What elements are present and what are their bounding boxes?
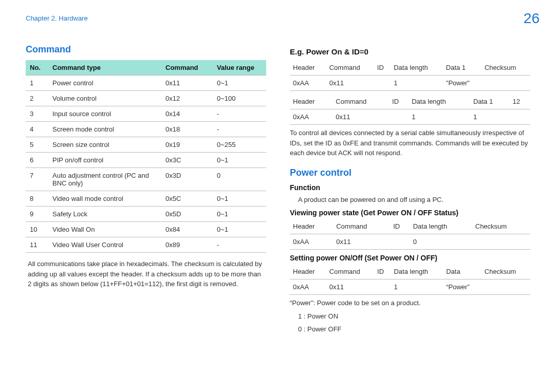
- table-row: 3Input source control0x14-: [26, 106, 266, 122]
- command-note: All communications take place in hexadec…: [26, 259, 266, 289]
- col-cmd: Command: [161, 60, 213, 76]
- cell: Checksum: [472, 219, 530, 234]
- setting-heading: Setting power ON/Off (Set Power ON / OFF…: [290, 254, 530, 262]
- cell: Header: [290, 60, 326, 76]
- cell: 7: [26, 168, 48, 191]
- cell: 4: [26, 122, 48, 137]
- cell: Command: [333, 219, 390, 234]
- chapter-label: Chapter 2. Hardware: [26, 14, 88, 22]
- cell: 0x14: [161, 106, 213, 122]
- col-no: No.: [26, 60, 48, 76]
- cell: 0x11: [326, 279, 374, 295]
- cell: 0x5D: [161, 207, 213, 222]
- cell: 5: [26, 137, 48, 153]
- cell: Data length: [391, 264, 443, 279]
- cell: Screen size control: [48, 137, 161, 153]
- cell: Header: [290, 264, 326, 279]
- col-range: Value range: [213, 60, 266, 76]
- cell: ID: [389, 94, 409, 109]
- cell: “Power”: [443, 279, 482, 295]
- cell: 6: [26, 153, 48, 168]
- cell: -: [213, 122, 266, 137]
- cell: 1: [470, 109, 510, 125]
- cell: Safety Lock: [48, 207, 161, 222]
- cell: 0~1: [213, 222, 266, 237]
- cell: 1: [391, 76, 443, 91]
- cell: [510, 109, 530, 125]
- cell: Header: [290, 219, 333, 234]
- cell: 0x89: [161, 237, 213, 253]
- table-row: 8Video wall mode control0x5C0~1: [26, 191, 266, 207]
- cell: ID: [374, 264, 391, 279]
- cell: 0~1: [213, 76, 266, 91]
- page-header: Chapter 2. Hardware 26: [26, 14, 540, 27]
- cell: Checksum: [482, 60, 530, 76]
- cell: Data 1: [443, 60, 482, 76]
- cell: ID: [390, 219, 410, 234]
- table-row: 9Safety Lock0x5D0~1: [26, 207, 266, 222]
- cell: Auto adjustment control (PC and BNC only…: [48, 168, 161, 191]
- cell: 1: [391, 279, 443, 295]
- table-row: 5Screen size control0x190~255: [26, 137, 266, 153]
- cell: Screen mode control: [48, 122, 161, 137]
- cell: 2: [26, 91, 48, 106]
- view-table: HeaderCommandIDData lengthChecksum 0xAA0…: [290, 219, 530, 250]
- cell: 0x12: [161, 91, 213, 106]
- cell: ID: [374, 60, 391, 76]
- table-row: 2Volume control0x120~100: [26, 91, 266, 106]
- cell: 8: [26, 191, 48, 207]
- cell: [374, 279, 391, 295]
- command-table: No. Command type Command Value range 1Po…: [26, 60, 266, 253]
- cell: 0~1: [213, 191, 266, 207]
- cell: -: [213, 237, 266, 253]
- cell: Data length: [409, 94, 470, 109]
- cell: Data length: [410, 219, 472, 234]
- cell: 0xAA: [290, 76, 326, 91]
- example-heading: E.g. Power On & ID=0: [290, 47, 530, 56]
- power-on-label: 1 : Power ON: [298, 311, 530, 322]
- power-off-label: 0 : Power OFF: [298, 324, 530, 334]
- cell: [389, 109, 409, 125]
- left-column: Command No. Command type Command Value r…: [26, 44, 266, 338]
- cell: Command: [326, 264, 374, 279]
- cell: 0~1: [213, 153, 266, 168]
- cell: Data: [443, 264, 482, 279]
- cell: 9: [26, 207, 48, 222]
- cell: Video wall mode control: [48, 191, 161, 207]
- table-row: 6PIP on/off control0x3C0~1: [26, 153, 266, 168]
- right-column: E.g. Power On & ID=0 HeaderCommandIDData…: [290, 44, 530, 338]
- cell: 12: [510, 94, 530, 109]
- cell: 3: [26, 106, 48, 122]
- cell: 0x11: [161, 76, 213, 91]
- cell: Volume control: [48, 91, 161, 106]
- function-text: A product can be powered on and off usin…: [298, 195, 530, 205]
- table-row: 1Power control0x110~1: [26, 76, 266, 91]
- cell: 0~1: [213, 207, 266, 222]
- cell: 0: [213, 168, 266, 191]
- cell: 0xAA: [290, 279, 326, 295]
- cell: Input source control: [48, 106, 161, 122]
- cell: 0~100: [213, 91, 266, 106]
- cell: Data 1: [470, 94, 510, 109]
- cell: 0x19: [161, 137, 213, 153]
- power-control-heading: Power control: [290, 167, 530, 178]
- example-table-2: HeaderCommandIDData lengthData 112 0xAA0…: [290, 94, 530, 125]
- power-desc: “Power”: Power code to be set on a produ…: [290, 298, 530, 308]
- cell: [472, 234, 530, 250]
- cell: 0xAA: [290, 109, 332, 125]
- cell: 0: [410, 234, 472, 250]
- cell: 0~255: [213, 137, 266, 153]
- cell: 0xAA: [290, 234, 333, 250]
- cell: [374, 76, 391, 91]
- function-label: Function: [290, 183, 530, 192]
- cell: [390, 234, 410, 250]
- cell: PIP on/off control: [48, 153, 161, 168]
- cell: Command: [326, 60, 374, 76]
- cell: Data length: [391, 60, 443, 76]
- cell: Video Wall User Control: [48, 237, 161, 253]
- example-note: To control all devices connected by a se…: [290, 128, 530, 158]
- cell: 0x84: [161, 222, 213, 237]
- cell: 11: [26, 237, 48, 253]
- table-row: 4Screen mode control0x18-: [26, 122, 266, 137]
- cell: 0x11: [326, 76, 374, 91]
